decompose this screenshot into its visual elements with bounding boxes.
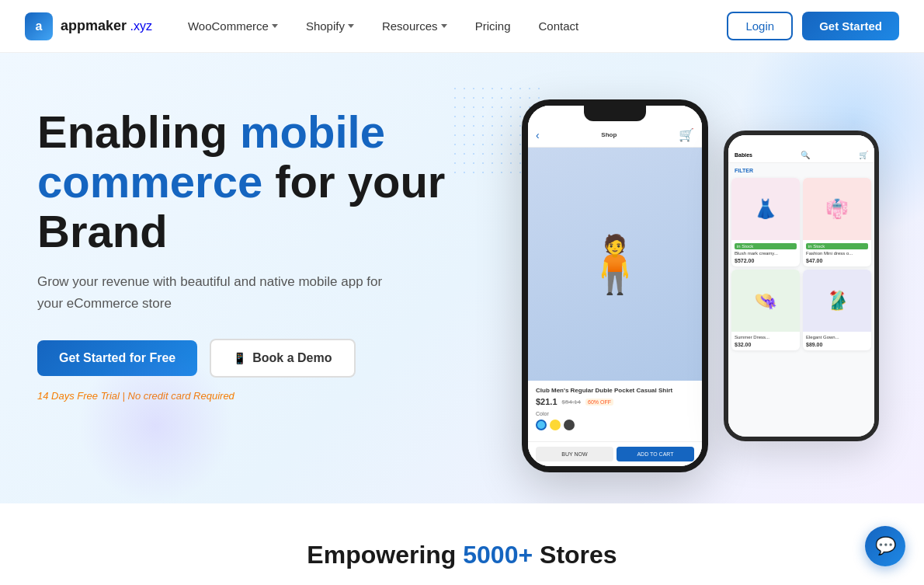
hero-title-brand: Brand [37,206,168,256]
sec-product-img-1: 👗 [731,178,800,240]
sec-product-card-3: 👒 Summer Dress... $32.00 [731,270,800,350]
sec-cart-icon: 🛒 [859,151,868,159]
nav-item-pricing[interactable]: Pricing [464,13,522,39]
cart-icon: 🛒 [679,127,694,142]
logo[interactable]: a appmaker .xyz [25,12,152,40]
product-emoji: 🧍 [580,232,650,298]
sec-product-info-2: in Stock Fashion Mini dress o... $47.00 [803,240,871,266]
logo-text: appmaker .xyz [61,18,152,34]
sec-product-info-4: Elegant Gown... $89.00 [803,332,871,350]
price-original: $54.14 [562,399,581,406]
product-image-area: 🧍 [528,148,702,381]
chevron-down-icon [441,24,447,28]
color-swatches [536,420,694,430]
sec-product-price-4: $89.00 [806,342,868,347]
sec-product-name-1: Blush mark creamy... [735,251,797,256]
chevron-down-icon [348,24,354,28]
hero-title-commerce: commerce [37,156,262,207]
navbar-right: Login Get Started [727,12,899,40]
color-label: Color [536,411,694,416]
hero-subtitle: Grow your revenue with beautiful and nat… [37,271,410,313]
nav-item-shopify[interactable]: Shopify [295,13,365,39]
phone-screen-secondary: Babies 🔍 🛒 FILTER 👗 in Stock Blush mark [728,135,874,437]
sec-product-name-2: Fashion Mini dress o... [806,251,868,256]
logo-icon: a [25,12,53,40]
partners-title: Empowering 5000+ Stores [25,541,899,569]
sec-green-badge-2: in Stock [806,243,868,249]
search-icon: 🔍 [801,151,810,159]
sec-product-info-3: Summer Dress... $32.00 [731,332,800,350]
product-name: Club Men's Regular Duble Pocket Casual S… [536,387,694,394]
hero-title-prefix: Enabling [37,106,240,157]
nav-item-resources[interactable]: Resources [371,13,458,39]
nav-items: WooCommerce Shopify Resources Pricing Co… [177,13,589,39]
sec-topbar: Babies 🔍 🛒 [728,135,874,163]
swatch-blue[interactable] [536,420,547,430]
hero-section: Enabling mobile commerce for your Brand … [0,53,924,503]
phone-mockup-secondary: Babies 🔍 🛒 FILTER 👗 in Stock Blush mark [724,131,879,441]
sec-filter-label[interactable]: FILTER [735,168,753,173]
hero-phones: ‹ Shop 🛒 🧍 Club Men's Regular Duble Pock… [483,84,887,503]
hero-content: Enabling mobile commerce for your Brand … [37,84,445,402]
hero-buttons: Get Started for Free 📱 Book a Demo [37,339,445,378]
sec-product-name-4: Elegant Gown... [806,335,868,340]
hero-cta-primary-button[interactable]: Get Started for Free [37,340,197,376]
sec-product-card-4: 🥻 Elegant Gown... $89.00 [803,270,871,350]
sec-product-price-1: $572.00 [735,258,797,263]
phone-icon: 📱 [233,352,246,364]
sec-product-card-2: 👘 in Stock Fashion Mini dress o... $47.0… [803,178,871,266]
sec-category-label: Babies [735,152,752,158]
phone-details: Club Men's Regular Duble Pocket Casual S… [528,381,702,441]
sec-filter-row: FILTER [731,166,871,175]
price-off-badge: 60% OFF [585,399,613,406]
add-to-cart-button[interactable]: ADD TO CART [617,447,694,461]
sec-product-img-3: 👒 [731,270,800,332]
back-icon: ‹ [536,129,540,141]
phone-screen-main: ‹ Shop 🛒 🧍 Club Men's Regular Duble Pock… [528,106,702,466]
nav-item-woocommerce[interactable]: WooCommerce [177,13,289,39]
sec-product-card-1: 👗 in Stock Blush mark creamy... $572.00 [731,178,800,266]
chat-icon: 💬 [875,536,896,556]
hero-cta-secondary-button[interactable]: 📱 Book a Demo [210,339,355,378]
sec-body: FILTER 👗 in Stock Blush mark creamy... $… [728,163,874,353]
chevron-down-icon [272,24,278,28]
hero-title-highlight: mobile [240,106,385,157]
price-main: $21.1 [536,397,558,406]
partners-section: Empowering 5000+ Stores 🍷 WINE DELIVERED… [0,503,924,585]
swatch-yellow[interactable] [550,420,561,430]
sec-product-grid: 👗 in Stock Blush mark creamy... $572.00 … [731,178,871,350]
sec-product-price-2: $47.00 [806,258,868,263]
nav-get-started-button[interactable]: Get Started [802,12,899,40]
navbar: a appmaker .xyz WooCommerce Shopify Reso… [0,0,924,53]
sec-product-price-3: $32.00 [735,342,797,347]
buy-now-button[interactable]: BUY NOW [536,447,613,461]
hero-title-foryour: for your [262,156,445,207]
phone-action-buttons: BUY NOW ADD TO CART [528,441,702,466]
sec-product-img-4: 🥻 [803,270,871,332]
chat-bubble-button[interactable]: 💬 [865,526,905,566]
sec-product-img-2: 👘 [803,178,871,240]
phone-mockup-main: ‹ Shop 🛒 🧍 Club Men's Regular Duble Pock… [522,99,708,472]
swatch-dark[interactable] [564,420,575,430]
nav-item-contact[interactable]: Contact [527,13,589,39]
sec-product-info-1: in Stock Blush mark creamy... $572.00 [731,240,800,266]
navbar-left: a appmaker .xyz WooCommerce Shopify Reso… [25,12,589,40]
hero-title: Enabling mobile commerce for your Brand [37,107,445,256]
login-button[interactable]: Login [727,12,793,40]
phone-topbar: ‹ Shop 🛒 [528,106,702,148]
product-price-row: $21.1 $54.14 60% OFF [536,397,694,406]
hero-trial-note: 14 Days Free Trial | No credit card Requ… [37,390,445,402]
sec-green-badge-1: in Stock [735,243,797,249]
sec-product-name-3: Summer Dress... [735,335,797,340]
